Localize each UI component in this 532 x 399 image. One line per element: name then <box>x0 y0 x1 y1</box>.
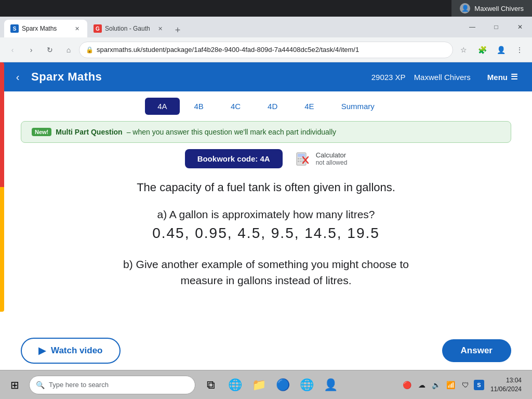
watch-video-button[interactable]: ▶ Watch video <box>21 338 121 364</box>
search-icon: 🔍 <box>36 381 45 389</box>
edge-button[interactable]: 🌐 <box>223 374 246 396</box>
bookmark-button[interactable]: ☆ <box>455 42 472 58</box>
taskview-button[interactable]: ⧉ <box>200 374 222 396</box>
content-area: 4A 4B 4C 4D 4E Summary New! Multi Part Q… <box>0 91 532 299</box>
chrome-button-2[interactable]: 🌐 <box>295 374 318 396</box>
question-intro: The capacity of a fuel tank is often giv… <box>31 180 501 196</box>
user-button[interactable]: 👤 <box>319 374 342 396</box>
user-avatar-icon: 👤 <box>460 3 470 14</box>
watch-video-label: Watch video <box>51 345 103 356</box>
calculator-status: not allowed <box>316 159 348 166</box>
bookwork-row: Bookwork code: 4A Calculato <box>0 149 532 168</box>
tray-icon-4[interactable]: 📶 <box>445 379 457 391</box>
taskbar-apps: ⧉ 🌐 📁 🔵 🌐 👤 <box>200 374 342 396</box>
username-display: Maxwell Chivers <box>414 73 471 82</box>
bookwork-code: Bookwork code: 4A <box>185 149 283 168</box>
calculator-icon <box>293 150 312 168</box>
tray-icon-1[interactable]: 🔴 <box>401 379 414 391</box>
tab-summary[interactable]: Summary <box>329 98 387 115</box>
new-tab-button[interactable]: + <box>170 23 185 37</box>
reload-button[interactable]: ↻ <box>42 42 58 58</box>
task-tab-nav: 4A 4B 4C 4D 4E Summary <box>0 91 532 115</box>
svg-rect-5 <box>298 161 299 162</box>
secure-icon: 🔒 <box>86 46 94 54</box>
window-controls: — □ ✕ <box>460 17 532 37</box>
svg-rect-2 <box>298 158 299 159</box>
address-url: sparxmaths.uk/student/package/1af4b28e-9… <box>97 46 446 54</box>
bottom-bar: ▶ Watch video Answer <box>0 331 532 370</box>
chrome-button-1[interactable]: 🔵 <box>271 374 294 396</box>
taskbar: ⊞ 🔍 Type here to search ⧉ 🌐 📁 🔵 🌐 👤 🔴 ☁ … <box>0 370 532 399</box>
system-tray: 🔴 ☁ 🔊 📶 🛡 S 13:04 11/06/2024 <box>401 376 530 394</box>
sparx-title: Sparx Maths <box>31 70 102 84</box>
tray-icon-5[interactable]: 🛡 <box>459 379 472 391</box>
answer-button[interactable]: Answer <box>442 339 511 362</box>
address-actions: ☆ 🧩 👤 ⋮ <box>455 42 528 58</box>
clock-time: 13:04 <box>490 376 522 385</box>
sparx-header: ‹ Sparx Maths 29023 XP Maxwell Chivers M… <box>0 62 532 91</box>
question-part-a: a) A gallon is approximately how many li… <box>31 208 501 221</box>
tab-4C[interactable]: 4C <box>218 98 253 115</box>
tray-icon-3[interactable]: 🔊 <box>430 379 443 391</box>
address-input[interactable]: 🔒 sparxmaths.uk/student/package/1af4b28e… <box>79 42 453 58</box>
tab-sparx-close[interactable]: ✕ <box>73 24 81 33</box>
left-accent <box>0 62 4 312</box>
back-nav-button[interactable]: ‹ <box>8 68 27 86</box>
svg-rect-6 <box>300 161 301 162</box>
maximize-button[interactable]: □ <box>484 17 508 37</box>
banner-description: – when you answer this question we'll ma… <box>127 128 336 136</box>
banner-title: Multi Part Question <box>56 128 122 136</box>
tab-4D[interactable]: 4D <box>255 98 290 115</box>
tab-gauth-close[interactable]: ✕ <box>156 24 164 33</box>
back-button[interactable]: ‹ <box>4 42 21 58</box>
hamburger-icon: ☰ <box>511 72 517 82</box>
svg-rect-1 <box>298 154 305 157</box>
taskbar-search-box[interactable]: 🔍 Type here to search <box>29 376 195 394</box>
question-choices: 0.45, 0.95, 4.5, 9.5, 14.5, 19.5 <box>31 225 501 242</box>
tray-icon-6[interactable]: S <box>474 380 484 390</box>
svg-rect-3 <box>300 158 301 159</box>
clock-date: 11/06/2024 <box>490 385 522 394</box>
calculator-info: Calculator not allowed <box>293 150 348 168</box>
tab-sparx-label: Sparx Maths <box>22 25 57 32</box>
tab-4E[interactable]: 4E <box>292 98 326 115</box>
forward-button[interactable]: › <box>23 42 39 58</box>
menu-label: Menu <box>487 73 508 82</box>
tab-4A[interactable]: 4A <box>145 98 179 115</box>
question-part-b: b) Give another example of something you… <box>31 256 501 289</box>
menu-button[interactable]: Menu ☰ <box>481 69 524 85</box>
calculator-text: Calculator not allowed <box>316 151 348 166</box>
close-button[interactable]: ✕ <box>508 17 532 37</box>
browser-tabs-row: S Sparx Maths ✕ G Solution - Gauth ✕ + —… <box>0 17 532 37</box>
tab-sparx-maths[interactable]: S Sparx Maths ✕ <box>4 20 87 37</box>
xp-display: 29023 XP <box>371 73 406 82</box>
tab-4B[interactable]: 4B <box>182 98 216 115</box>
title-bar-user: 👤 Maxwell Chivers <box>451 0 532 17</box>
profile-button[interactable]: 👤 <box>493 42 509 58</box>
address-bar: ‹ › ↻ ⌂ 🔒 sparxmaths.uk/student/package/… <box>0 37 532 62</box>
more-button[interactable]: ⋮ <box>511 42 528 58</box>
sparx-favicon: S <box>10 24 19 33</box>
video-play-icon: ▶ <box>38 345 46 356</box>
multipart-banner: New! Multi Part Question – when you answ… <box>21 121 511 143</box>
question-content: The capacity of a fuel tank is often giv… <box>0 175 532 299</box>
home-button[interactable]: ⌂ <box>60 42 77 58</box>
title-bar-username: Maxwell Chivers <box>474 5 524 12</box>
file-explorer-button[interactable]: 📁 <box>247 374 270 396</box>
search-placeholder: Type here to search <box>49 381 109 389</box>
start-button[interactable]: ⊞ <box>2 373 27 397</box>
minimize-button[interactable]: — <box>460 17 484 37</box>
tab-gauth-label: Solution - Gauth <box>105 25 150 32</box>
new-badge: New! <box>32 128 51 136</box>
windows-icon: ⊞ <box>10 379 19 391</box>
system-clock[interactable]: 13:04 11/06/2024 <box>486 376 526 394</box>
tray-icon-2[interactable]: ☁ <box>416 379 428 391</box>
title-bar: 👤 Maxwell Chivers <box>0 0 532 17</box>
tab-gauth[interactable]: G Solution - Gauth ✕ <box>87 20 170 37</box>
extensions-button[interactable]: 🧩 <box>474 42 490 58</box>
gauth-favicon: G <box>94 24 102 33</box>
calculator-label: Calculator <box>316 151 348 159</box>
